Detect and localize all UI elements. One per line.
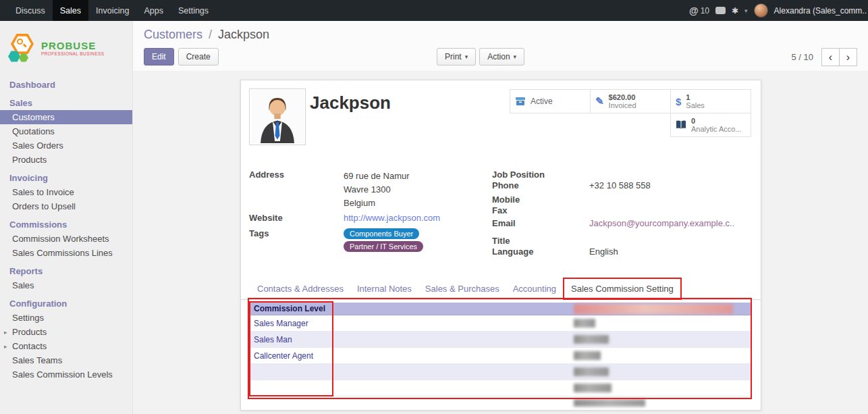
fax-label: Fax bbox=[492, 205, 589, 216]
pager-count: 5 / 10 bbox=[791, 52, 813, 62]
sidebar-header-sales[interactable]: Sales bbox=[0, 92, 132, 110]
main-menu: Discuss Sales Invoicing Apps Settings bbox=[0, 0, 216, 21]
menu-apps[interactable]: Apps bbox=[136, 0, 171, 21]
tab-sales-purchases[interactable]: Sales & Purchases bbox=[418, 278, 506, 299]
email-label: Email bbox=[492, 218, 589, 229]
table-row[interactable]: Sales Manager bbox=[250, 315, 751, 332]
hexagon-green-icon bbox=[19, 53, 28, 62]
magnifier-icon bbox=[17, 38, 23, 45]
field-group: Address 69 rue de Namur Wavre 1300 Belgi… bbox=[249, 170, 753, 257]
pager-next-button[interactable]: › bbox=[839, 48, 857, 66]
menu-discuss[interactable]: Discuss bbox=[8, 0, 53, 21]
sidebar-item-commission-worksheets[interactable]: Commission Worksheets bbox=[0, 232, 132, 246]
sidebar-item-quotations[interactable]: Quotations bbox=[0, 124, 132, 138]
redacted-value bbox=[574, 335, 609, 344]
caret-down-icon: ▾ bbox=[465, 53, 468, 60]
tag-components-buyer[interactable]: Components Buyer bbox=[344, 228, 419, 239]
breadcrumb-current: Jackpson bbox=[218, 28, 269, 41]
sidebar-item-reports-sales[interactable]: Sales bbox=[0, 278, 132, 292]
tab-accounting[interactable]: Accounting bbox=[506, 278, 563, 299]
app-logo[interactable]: PROBUSE PROFESSIONAL BUSINESS bbox=[0, 21, 132, 74]
job-position-label: Job Position bbox=[492, 170, 589, 180]
expand-arrow-icon: ▸ bbox=[4, 328, 7, 337]
sidebar: PROBUSE PROFESSIONAL BUSINESS Dashboard … bbox=[0, 21, 133, 414]
language-label: Language bbox=[492, 247, 589, 257]
address-line-3: Belgium bbox=[344, 197, 410, 210]
redacted-value bbox=[574, 351, 601, 360]
invoiced-label: Invoiced bbox=[609, 101, 636, 109]
edit-button[interactable]: Edit bbox=[144, 48, 174, 66]
cell-commission-level: Sales Man bbox=[254, 335, 292, 344]
table-header-row: Commission Level bbox=[250, 303, 751, 315]
tab-internal-notes[interactable]: Internal Notes bbox=[350, 278, 418, 299]
table-row[interactable] bbox=[250, 364, 751, 380]
user-avatar[interactable] bbox=[754, 3, 768, 18]
create-button[interactable]: Create bbox=[178, 48, 219, 66]
sales-label: Sales bbox=[686, 101, 705, 109]
redacted-value bbox=[574, 367, 609, 376]
column-header-commission-level: Commission Level bbox=[254, 304, 325, 313]
commission-table: Commission Level Sales Manager Sales Man… bbox=[250, 303, 751, 396]
stat-active-button[interactable]: Active bbox=[510, 89, 591, 113]
sidebar-item-sales-commission-levels[interactable]: Sales Commission Levels bbox=[0, 367, 132, 382]
language-value[interactable]: English bbox=[589, 247, 618, 257]
redacted-value bbox=[574, 384, 612, 392]
customer-photo[interactable] bbox=[249, 88, 306, 145]
stat-analytic-button[interactable]: 0 Analytic Acco... bbox=[670, 113, 751, 137]
topbar-right: @ 10 ✱ ▾ Alexandra (Sales_comm.. bbox=[689, 0, 868, 21]
table-row[interactable]: Sales Man bbox=[250, 332, 751, 348]
support-icon[interactable]: ✱ bbox=[732, 6, 738, 16]
spacer bbox=[590, 113, 671, 137]
tab-contacts-addresses[interactable]: Contacts & Addresses bbox=[250, 278, 350, 299]
menu-settings[interactable]: Settings bbox=[171, 0, 216, 21]
cell-commission-level: Sales Manager bbox=[254, 319, 308, 328]
menu-sales[interactable]: Sales bbox=[53, 0, 88, 21]
sidebar-item-sales-commissions-lines[interactable]: Sales Commissions Lines bbox=[0, 246, 132, 260]
action-button[interactable]: Action ▾ bbox=[479, 48, 524, 66]
sidebar-item-sales-teams[interactable]: Sales Teams bbox=[0, 353, 132, 367]
sales-count: 1 bbox=[686, 93, 705, 101]
menu-invoicing[interactable]: Invoicing bbox=[88, 0, 136, 21]
address-line-2: Wavre 1300 bbox=[344, 183, 410, 197]
tab-sales-commission-setting[interactable]: Sales Commission Setting bbox=[563, 278, 682, 300]
sidebar-item-customers[interactable]: Customers bbox=[0, 110, 132, 124]
analytic-count: 0 bbox=[691, 117, 742, 125]
sidebar-header-configuration[interactable]: Configuration bbox=[0, 292, 132, 311]
sidebar-header-invoicing[interactable]: Invoicing bbox=[0, 167, 132, 185]
stat-sales-button[interactable]: $ 1 Sales bbox=[670, 89, 751, 113]
app-screen: Discuss Sales Invoicing Apps Settings @ … bbox=[0, 0, 868, 414]
tag-partner-it-services[interactable]: Partner / IT Services bbox=[344, 241, 423, 252]
messages-icon[interactable] bbox=[715, 7, 726, 14]
sidebar-item-sales-to-invoice[interactable]: Sales to Invoice bbox=[0, 185, 132, 199]
logo-tagline: PROFESSIONAL BUSINESS bbox=[41, 51, 104, 56]
pager-previous-button[interactable]: ‹ bbox=[821, 48, 840, 66]
stat-invoiced-button[interactable]: ✎ $620.00 Invoiced bbox=[590, 89, 671, 113]
email-link[interactable]: Jackpson@yourcompany.example.c.. bbox=[589, 218, 734, 229]
sidebar-item-sales-orders[interactable]: Sales Orders bbox=[0, 138, 132, 153]
action-button-label: Action bbox=[487, 52, 510, 61]
mentions-indicator[interactable]: @ 10 bbox=[689, 5, 709, 16]
sidebar-header-reports[interactable]: Reports bbox=[0, 260, 132, 278]
sidebar-item-orders-to-upsell[interactable]: Orders to Upsell bbox=[0, 199, 132, 213]
print-button-label: Print bbox=[445, 52, 462, 61]
phone-value[interactable]: +32 10 588 558 bbox=[589, 180, 651, 191]
print-button[interactable]: Print ▾ bbox=[437, 48, 476, 66]
address-value[interactable]: 69 rue de Namur Wavre 1300 Belgium bbox=[344, 170, 410, 210]
caret-down-icon[interactable]: ▾ bbox=[744, 7, 748, 14]
sidebar-item-label: Contacts bbox=[12, 341, 47, 351]
table-row[interactable]: Callcenter Agent bbox=[250, 348, 751, 364]
sidebar-item-config-products[interactable]: ▸ Products bbox=[0, 325, 132, 339]
sidebar-header-commissions[interactable]: Commissions bbox=[0, 213, 132, 232]
invoiced-amount: $620.00 bbox=[609, 93, 636, 101]
main-area: Customers / Jackpson Edit Create Print ▾… bbox=[133, 21, 868, 414]
sidebar-item-products[interactable]: Products bbox=[0, 153, 132, 167]
table-row[interactable] bbox=[250, 380, 751, 396]
breadcrumb-customers[interactable]: Customers bbox=[144, 28, 202, 41]
breadcrumb: Customers / Jackpson bbox=[144, 28, 857, 42]
pencil-icon: ✎ bbox=[595, 95, 604, 107]
sidebar-item-config-contacts[interactable]: ▸ Contacts bbox=[0, 339, 132, 353]
sidebar-header-dashboard[interactable]: Dashboard bbox=[0, 74, 132, 92]
user-menu[interactable]: Alexandra (Sales_comm.. bbox=[774, 6, 867, 16]
website-link[interactable]: http://www.jackpson.com bbox=[344, 213, 440, 224]
sidebar-item-settings[interactable]: Settings bbox=[0, 311, 132, 325]
